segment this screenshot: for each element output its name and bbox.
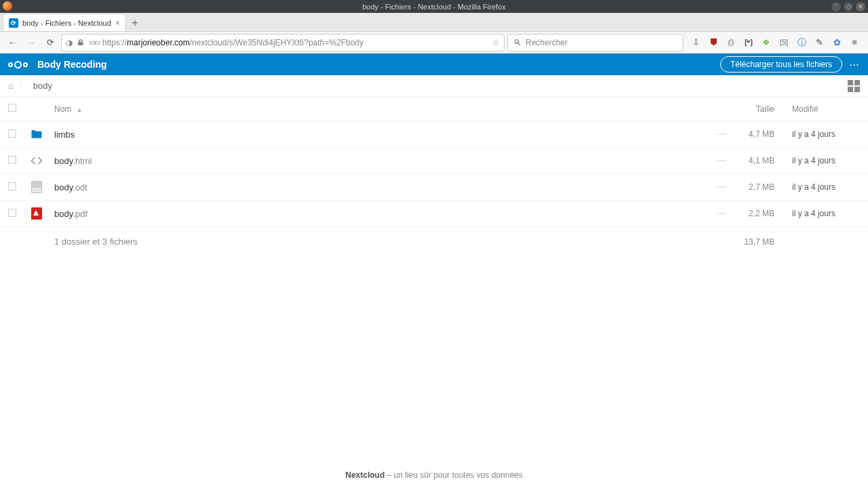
search-icon: 🔍︎	[513, 38, 521, 47]
footer-tagline: – un lieu sûr pour toutes vos données	[384, 470, 522, 480]
summary-text: 1 dossier et 3 fichiers	[49, 227, 705, 257]
url-path: /nextcloud/s/We35Ndi4jEHYXt6?path=%2Fbod…	[190, 38, 363, 47]
file-name[interactable]: body.html	[49, 148, 705, 174]
breadcrumb: ⌂ 〉 body	[0, 75, 868, 97]
nav-forward-button[interactable]: →	[23, 35, 39, 51]
column-name-label: Nom	[54, 104, 71, 114]
search-placeholder: Rechercher	[526, 38, 568, 47]
sort-asc-icon: ▲	[77, 106, 83, 113]
file-modified: il y a 4 jours	[787, 174, 868, 201]
table-row[interactable]: body.odt⋯2,7 MBil y a 4 jours	[0, 174, 868, 201]
file-name[interactable]: body.odt	[49, 174, 705, 201]
table-summary-row: 1 dossier et 3 fichiers 13,7 MB	[0, 227, 868, 257]
row-checkbox[interactable]	[0, 121, 24, 148]
window-controls: ˅ ◇ ✕	[831, 2, 865, 12]
row-actions-icon[interactable]: ⋯	[705, 148, 732, 174]
grid-view-toggle[interactable]	[848, 80, 860, 92]
file-size: 2,2 MB	[732, 201, 787, 227]
row-checkbox[interactable]	[0, 174, 24, 201]
os-titlebar: body - Fichiers - Nextcloud - Mozilla Fi…	[0, 0, 868, 13]
column-size-header[interactable]: Taille	[732, 97, 787, 121]
row-actions-icon[interactable]: ⋯	[705, 174, 732, 201]
permissions-icon: ▭▭	[89, 38, 98, 47]
window-maximize-icon[interactable]: ◇	[844, 2, 853, 12]
column-modified-header[interactable]: Modifié	[787, 97, 868, 121]
breadcrumb-home-icon[interactable]: ⌂	[8, 81, 14, 91]
firefox-app-icon	[3, 1, 12, 11]
files-table: Nom ▲ Taille Modifié limbs⋯4,7 MBil y a …	[0, 97, 868, 256]
ext-color-icon[interactable]: ❖	[761, 37, 772, 48]
window-title: body - Fichiers - Nextcloud - Mozilla Fi…	[362, 3, 506, 11]
url-scheme: https://	[102, 38, 127, 47]
code-file-icon	[30, 154, 43, 167]
pdf-file-icon	[30, 207, 43, 220]
breadcrumb-separator-icon: 〉	[19, 80, 28, 92]
url-text: https://marjorieober.com/nextcloud/s/We3…	[102, 38, 488, 47]
url-bar[interactable]: ◑ 🔒︎ ▭▭ https://marjorieober.com/nextclo…	[61, 34, 505, 52]
tab-close-icon[interactable]: ×	[115, 18, 120, 28]
download-all-button[interactable]: Télécharger tous les fichiers	[720, 56, 842, 73]
nav-back-button[interactable]: ←	[4, 35, 20, 51]
nav-reload-button[interactable]: ⟳	[42, 35, 58, 51]
file-size: 2,7 MB	[732, 174, 787, 201]
browser-toolbar: ← → ⟳ ◑ 🔒︎ ▭▭ https://marjorieober.com/n…	[0, 32, 868, 54]
browser-tabbar: ⟳ body - Fichiers - Nextcloud × +	[0, 13, 868, 32]
lock-icon: 🔒︎	[77, 38, 85, 47]
instance-name: Body Recoding	[37, 59, 107, 70]
bookmark-star-icon[interactable]: ☆	[492, 38, 500, 47]
row-actions-icon[interactable]: ⋯	[705, 121, 732, 148]
tab-title: body - Fichiers - Nextcloud	[22, 19, 111, 27]
new-tab-button[interactable]: +	[126, 15, 144, 31]
nextcloud-logo[interactable]	[8, 61, 28, 68]
file-size: 4,1 MB	[732, 148, 787, 174]
extension-icons: ⇩ ⛊ ⎙ [ʷ] ❖ [S] ⓘ ✎ ✿ ≡	[686, 37, 864, 48]
file-name[interactable]: body.pdf	[49, 201, 705, 227]
url-domain: marjorieober.com	[127, 38, 190, 47]
row-checkbox[interactable]	[0, 201, 24, 227]
row-actions-icon[interactable]: ⋯	[705, 201, 732, 227]
nextcloud-footer: Nextcloud – un lieu sûr pour toutes vos …	[0, 470, 868, 480]
ext-download-icon[interactable]: ⇩	[690, 37, 701, 48]
ext-stylus-icon[interactable]: [S]	[778, 37, 789, 48]
file-modified: il y a 4 jours	[787, 201, 868, 227]
browser-tab-active[interactable]: ⟳ body - Fichiers - Nextcloud ×	[3, 14, 126, 31]
logo-dot	[14, 61, 22, 68]
file-size: 4,7 MB	[732, 121, 787, 148]
ext-wallabag-icon[interactable]: [ʷ]	[743, 37, 754, 48]
ext-print-icon[interactable]: ⎙	[726, 37, 736, 48]
window-minimize-icon[interactable]: ˅	[831, 2, 841, 12]
shield-icon: ◑	[66, 38, 73, 47]
ext-edit-icon[interactable]: ✎	[814, 37, 825, 48]
document-file-icon	[30, 180, 43, 194]
logo-dot	[8, 62, 13, 67]
file-name[interactable]: limbs	[49, 121, 705, 148]
logo-dot	[23, 62, 28, 67]
file-modified: il y a 4 jours	[787, 121, 868, 148]
breadcrumb-current[interactable]: body	[33, 81, 52, 91]
summary-total-size: 13,7 MB	[732, 227, 787, 257]
footer-brand[interactable]: Nextcloud	[345, 470, 384, 480]
row-checkbox[interactable]	[0, 148, 24, 174]
hamburger-menu-icon[interactable]: ≡	[849, 37, 860, 48]
browser-search-input[interactable]: 🔍︎ Rechercher	[507, 34, 684, 52]
header-more-icon[interactable]: ⋯	[849, 58, 860, 70]
folder-icon	[30, 127, 43, 141]
column-name-header[interactable]: Nom ▲	[49, 97, 705, 121]
table-row[interactable]: limbs⋯4,7 MBil y a 4 jours	[0, 121, 868, 148]
table-header-row: Nom ▲ Taille Modifié	[0, 97, 868, 121]
ext-info-icon[interactable]: ⓘ	[796, 37, 807, 48]
nextcloud-favicon: ⟳	[9, 18, 18, 28]
nextcloud-header: Body Recoding Télécharger tous les fichi…	[0, 54, 868, 75]
ext-ublock-icon[interactable]: ⛊	[708, 37, 719, 48]
file-modified: il y a 4 jours	[787, 148, 868, 174]
table-row[interactable]: body.pdf⋯2,2 MBil y a 4 jours	[0, 201, 868, 227]
ext-puzzle-icon[interactable]: ✿	[831, 37, 842, 48]
select-all-checkbox[interactable]	[0, 97, 24, 121]
window-close-icon[interactable]: ✕	[856, 2, 865, 12]
table-row[interactable]: body.html⋯4,1 MBil y a 4 jours	[0, 148, 868, 174]
